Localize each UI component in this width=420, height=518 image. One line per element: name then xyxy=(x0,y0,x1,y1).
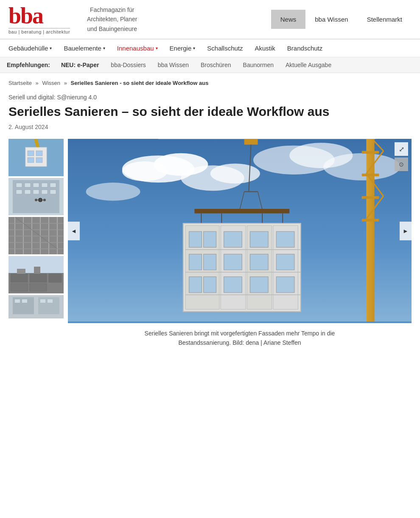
main-nav-akustik[interactable]: Akustik xyxy=(249,39,281,57)
logo-bba[interactable]: bba xyxy=(8,4,70,27)
expand-button[interactable]: ⤢ xyxy=(395,142,408,156)
svg-rect-104 xyxy=(276,254,294,270)
main-nav-energie[interactable]: Energie ▾ xyxy=(164,39,202,57)
svg-rect-98 xyxy=(250,231,269,247)
svg-rect-56 xyxy=(22,299,27,303)
chevron-down-icon: ▾ xyxy=(103,46,105,51)
top-nav-stellenmarkt[interactable]: Stellenmarkt xyxy=(358,10,412,29)
image-caption: Serielles Sanieren bringt mit vorgeferti… xyxy=(68,329,412,347)
main-nav-brandschutz[interactable]: Brandschutz xyxy=(281,39,328,57)
svg-rect-11 xyxy=(25,183,31,187)
gallery-next-button[interactable]: ► xyxy=(400,222,412,240)
svg-rect-106 xyxy=(204,277,216,293)
svg-rect-12 xyxy=(33,183,39,187)
svg-rect-17 xyxy=(33,190,39,194)
top-nav-wissen[interactable]: bba Wissen xyxy=(305,10,357,29)
focus-button[interactable]: ⊙ xyxy=(395,158,408,171)
rec-label: Empfehlungen: xyxy=(7,62,50,68)
svg-rect-13 xyxy=(42,183,48,187)
svg-rect-50 xyxy=(17,269,25,274)
svg-rect-4 xyxy=(28,151,34,156)
svg-rect-78 xyxy=(158,139,375,139)
svg-rect-19 xyxy=(50,190,56,194)
svg-rect-101 xyxy=(204,254,216,270)
svg-rect-58 xyxy=(48,299,53,303)
svg-rect-15 xyxy=(16,190,22,194)
svg-point-23 xyxy=(35,199,37,201)
top-nav-news[interactable]: News xyxy=(271,10,306,29)
rec-item-broschurenq[interactable]: Broschüren xyxy=(195,60,237,70)
breadcrumb-startseite[interactable]: Startseite xyxy=(8,80,32,86)
svg-rect-107 xyxy=(224,277,242,293)
svg-rect-3 xyxy=(25,147,47,166)
header: bba bau | beratung | architektur Fachmag… xyxy=(0,0,420,39)
thumbnail-2[interactable] xyxy=(8,178,64,215)
svg-point-62 xyxy=(122,161,168,181)
svg-rect-97 xyxy=(224,231,242,247)
svg-rect-71 xyxy=(362,174,379,176)
rec-item-dossiers[interactable]: bba-Dossiers xyxy=(105,60,151,70)
svg-rect-102 xyxy=(224,254,242,270)
breadcrumb-wissen[interactable]: Wissen xyxy=(42,80,60,86)
svg-rect-109 xyxy=(276,277,294,293)
gallery-wrapper: ◄ ► ⤢ ⊙ xyxy=(8,139,412,323)
main-nav-gebaudehulleq[interactable]: Gebäudehülle ▾ xyxy=(3,39,58,57)
recommendations-bar: Empfehlungen: NEU: e-Paper bba-Dossiers … xyxy=(0,57,420,73)
svg-rect-73 xyxy=(362,219,379,221)
main-nav-bauelemente[interactable]: Bauelemente ▾ xyxy=(58,39,111,57)
article-date: 2. August 2024 xyxy=(8,124,412,130)
svg-rect-47 xyxy=(49,274,62,282)
thumbnail-3[interactable] xyxy=(8,217,64,254)
article-title: Serielles Sanieren – so sieht der ideale… xyxy=(8,104,412,119)
svg-rect-55 xyxy=(15,299,20,303)
chevron-down-icon: ▾ xyxy=(156,46,158,51)
rec-item-ausgabe[interactable]: Aktuelle Ausgabe xyxy=(280,60,337,70)
chevron-down-icon: ▾ xyxy=(193,46,195,51)
svg-rect-10 xyxy=(16,183,22,187)
svg-rect-103 xyxy=(250,254,269,270)
breadcrumb-sep-1: » xyxy=(36,80,39,86)
thumbnails-column xyxy=(8,139,64,318)
svg-rect-46 xyxy=(30,274,47,282)
svg-rect-16 xyxy=(25,190,31,194)
svg-rect-45 xyxy=(11,274,28,282)
main-nav: Gebäudehülle ▾ Bauelemente ▾ Innenausbau… xyxy=(0,39,420,57)
rec-item-epaper[interactable]: NEU: e-Paper xyxy=(55,60,105,70)
article-series-label: Seriell und digital: S@nierung 4.0 xyxy=(8,94,412,101)
svg-point-24 xyxy=(43,199,46,201)
svg-rect-99 xyxy=(276,231,294,247)
svg-rect-100 xyxy=(189,254,202,270)
svg-rect-95 xyxy=(189,231,202,247)
breadcrumb: Startseite » Wissen » Serielles Sanieren… xyxy=(0,73,420,90)
svg-rect-96 xyxy=(204,231,216,247)
svg-rect-48 xyxy=(11,284,28,291)
svg-rect-70 xyxy=(362,151,379,153)
svg-rect-5 xyxy=(36,151,42,156)
article: Seriell und digital: S@nierung 4.0 Serie… xyxy=(0,90,420,360)
chevron-down-icon: ▾ xyxy=(50,46,52,51)
rec-item-baunormen[interactable]: Baunormen xyxy=(237,60,280,70)
breadcrumb-current: Serielles Sanieren - so sieht der ideale… xyxy=(71,80,209,86)
thumbnail-1[interactable] xyxy=(8,139,64,176)
main-nav-innenausbau[interactable]: Innenausbau ▾ xyxy=(111,39,164,57)
svg-rect-14 xyxy=(50,183,56,187)
logo-area: bba bau | beratung | architektur xyxy=(8,4,70,34)
svg-rect-18 xyxy=(42,190,48,194)
svg-rect-80 xyxy=(244,139,258,145)
gallery-prev-button[interactable]: ◄ xyxy=(68,222,80,240)
logo-sub: bau | beratung | architektur xyxy=(8,28,70,34)
svg-rect-85 xyxy=(194,209,289,214)
svg-rect-6 xyxy=(28,158,34,163)
svg-point-64 xyxy=(210,163,260,183)
svg-rect-51 xyxy=(34,267,40,274)
thumbnail-5[interactable] xyxy=(8,295,64,318)
top-nav: News bba Wissen Stellenmarkt xyxy=(271,10,412,29)
svg-rect-108 xyxy=(250,277,269,293)
rec-item-wissen[interactable]: bba Wissen xyxy=(152,60,195,70)
tagline: Fachmagazin für Architekten, Planer und … xyxy=(83,5,137,34)
main-nav-schallschutz[interactable]: Schallschutz xyxy=(201,39,249,57)
thumbnail-4[interactable] xyxy=(8,256,64,293)
svg-rect-105 xyxy=(189,277,202,293)
svg-rect-72 xyxy=(362,196,379,199)
svg-rect-7 xyxy=(36,158,42,163)
